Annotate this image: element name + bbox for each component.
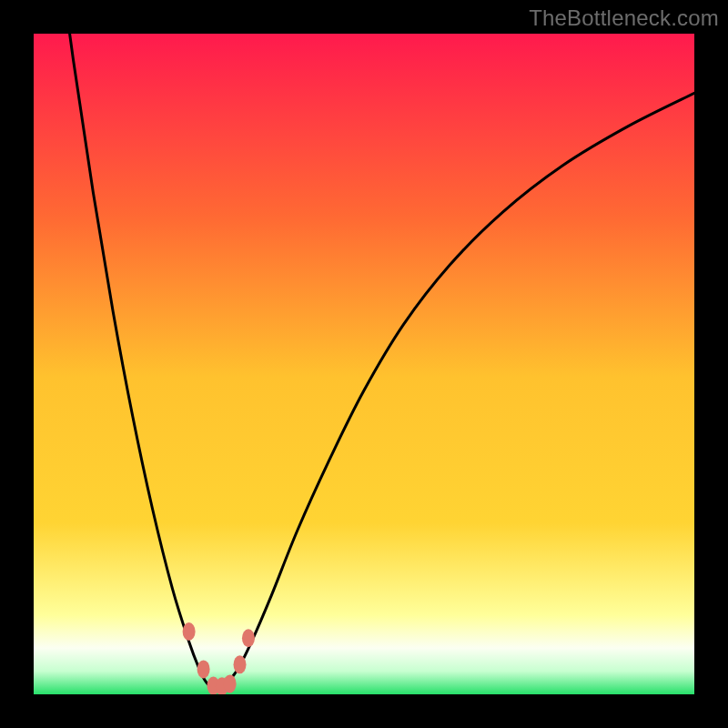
chart-frame: TheBottleneck.com bbox=[0, 0, 728, 728]
highlight-point bbox=[234, 655, 247, 673]
highlight-point bbox=[197, 660, 210, 678]
highlight-point bbox=[224, 674, 237, 693]
watermark-text: TheBottleneck.com bbox=[529, 5, 719, 31]
heatmap-background bbox=[34, 34, 694, 694]
plot-area bbox=[34, 34, 694, 694]
bottleneck-plot-svg bbox=[34, 34, 694, 694]
highlight-point bbox=[242, 629, 255, 647]
highlight-point bbox=[183, 622, 196, 641]
